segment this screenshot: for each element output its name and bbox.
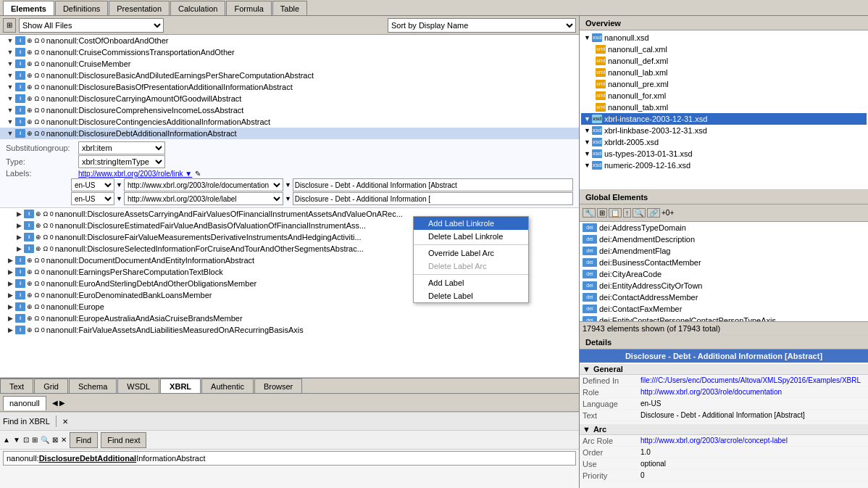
label-text-input-2[interactable] [293,192,573,205]
list-item[interactable]: ▶ i ⊕ Ω 0 nanonull:EuropeAustraliaAndAsi… [0,313,579,324]
find-button[interactable]: Find [70,432,98,448]
label-role-select-1[interactable]: http://www.xbrl.org/2003/role/documentat… [124,178,283,191]
general-section-header[interactable]: ▼ General [580,364,868,375]
file-item[interactable]: xml nanonull_pre.xml [581,78,867,90]
global-toolbar-icon4[interactable]: ↑ [623,208,631,218]
tab-elements[interactable]: Elements [3,1,54,15]
label-role-select-2[interactable]: http://www.xbrl.org/2003/role/label [124,192,283,205]
file-tree[interactable]: ▼ xsd nanonull.xsd xml nanonull_cal.xml … [580,30,868,190]
file-item[interactable]: ▼ xsd xbrldt-2005.xsd [581,136,867,148]
collapse-icon[interactable]: ▼ [6,59,14,68]
label-text-input-1[interactable] [293,178,573,191]
menu-add-label[interactable]: Add Label [414,276,528,289]
collapse-icon[interactable]: ▼ [6,36,14,45]
labels-edit-icon[interactable]: ✎ [195,170,201,178]
list-item[interactable]: ▼ i ⊕ Ω 0 nanonull:DisclosureComprehensi… [0,104,579,116]
tab-wsdl[interactable]: WSDL [117,379,159,393]
expand-icon[interactable]: ▼ [584,138,591,146]
tab-xbrl[interactable]: XBRL [160,379,201,393]
expand-icon[interactable]: ▶ [6,326,14,334]
file-item[interactable]: ▼ xsd numeric-2009-12-16.xsd [581,160,867,171]
collapse-icon[interactable]: ▼ [6,83,14,91]
menu-delete-label[interactable]: Delete Label [414,289,528,302]
tab-calculation[interactable]: Calculation [170,1,225,15]
list-item[interactable]: ▼ i ⊕ Ω 0 nanonull:CostOfOnboardAndOther [0,35,579,46]
xbrl-file-tab[interactable]: nanonull [3,396,46,410]
collapse-icon[interactable]: ▼ [6,117,14,126]
expand-icon[interactable]: ▼ [584,127,591,134]
file-item[interactable]: ▼ xsd xbrl-instance-2003-12-31.xsd [581,113,867,125]
list-item[interactable]: ▼ i ⊕ Ω 0 nanonull:DisclosureBasicAndDil… [0,70,579,81]
type-value-select[interactable]: xbrl:stringItemType [78,155,165,168]
global-toolbar-icon2[interactable]: ⊞ [597,208,607,218]
file-item[interactable]: xml nanonull_for.xml [581,90,867,102]
file-item[interactable]: xml nanonull_lab.xml [581,67,867,78]
global-item[interactable]: dei dei:AddressTypeDomain [580,222,868,233]
find-toolbar-icon1[interactable]: ⊡ [23,436,29,444]
tab-authentic[interactable]: Authentic [201,379,254,393]
file-item[interactable]: ▼ xsd us-types-2013-01-31.xsd [581,148,867,160]
global-toolbar-more[interactable]: +0+ [662,209,674,217]
xbrl-nav-prev[interactable]: ◀ [52,399,58,407]
global-elements-list[interactable]: dei dei:AddressTypeDomain dei dei:Amendm… [580,222,868,321]
expand-icon[interactable]: ▶ [14,244,23,253]
expand-icon[interactable]: ▼ [6,129,14,138]
expand-icon[interactable]: ▶ [6,291,14,299]
file-item[interactable]: xml nanonull_cal.xml [581,44,867,55]
show-all-files-icon[interactable]: ⊞ [3,18,16,33]
tab-presentation[interactable]: Presentation [109,1,170,15]
collapse-icon[interactable]: ▼ [6,106,14,115]
global-toolbar-icon1[interactable]: 🔧 [583,208,596,218]
elements-list[interactable]: ▼ i ⊕ Ω 0 nanonull:CostOfOnboardAndOther… [0,35,579,378]
expand-icon[interactable]: ▶ [6,256,14,265]
tab-browser[interactable]: Browser [254,379,302,393]
substitution-value-select[interactable]: xbrl:item [78,141,165,154]
find-toolbar-next[interactable]: ▼ [13,436,20,444]
tab-schema[interactable]: Schema [69,379,117,393]
expanded-list-item[interactable]: ▼ i ⊕ Ω 0 nanonull:DisclosureDebtAdditio… [0,128,579,139]
expand-icon[interactable]: ▶ [6,279,14,288]
label-lang-select-2[interactable]: en-US [71,192,114,205]
menu-override-label-arc[interactable]: Override Label Arc [414,247,528,260]
global-toolbar-icon6[interactable]: 🔗 [647,208,660,218]
expand-icon[interactable]: ▶ [14,210,23,218]
collapse-icon[interactable]: ▼ [6,71,14,80]
show-all-files-select[interactable]: Show All Files [19,18,164,33]
global-item[interactable]: dei dei:AmendmentDescription [580,233,868,245]
menu-add-label-linkrole[interactable]: Add Label Linkrole [414,217,528,230]
collapse-icon[interactable]: ▼ [6,48,14,57]
expand-icon[interactable]: ▶ [6,314,14,323]
global-item[interactable]: dei dei:AmendmentFlag [580,245,868,257]
list-item[interactable]: ▼ i ⊕ Ω 0 nanonull:DisclosureBasisOfPres… [0,81,579,93]
list-item[interactable]: ▶ i ⊕ Ω 0 nanonull:FairValueAssetsAndLia… [0,324,579,336]
list-item[interactable]: ▼ i ⊕ Ω 0 nanonull:CruiseMember [0,58,579,70]
tab-text[interactable]: Text [0,379,33,393]
close-find-icon[interactable]: ✕ [62,418,68,426]
global-toolbar-icon5[interactable]: 🔍 [633,208,646,218]
tab-definitions[interactable]: Definitions [55,1,108,15]
collapse-icon[interactable]: ▼ [6,94,14,103]
list-item[interactable]: ▼ i ⊕ Ω 0 nanonull:CruiseCommissionsTran… [0,46,579,58]
expand-icon[interactable]: ▼ [584,115,591,123]
find-toolbar-prev[interactable]: ▲ [3,436,10,444]
expand-icon[interactable]: ▼ [584,162,591,169]
global-toolbar-icon3[interactable]: 📋 [609,208,622,218]
find-toolbar-icon5[interactable]: ✕ [61,436,67,444]
expand-icon[interactable]: ▶ [6,268,14,276]
label-lang-select-1[interactable]: en-US [71,178,114,191]
find-toolbar-icon2[interactable]: ⊞ [32,436,38,444]
list-item[interactable]: ▼ i ⊕ Ω 0 nanonull:DisclosureContingenci… [0,116,579,128]
file-item[interactable]: xml nanonull_tab.xml [581,102,867,113]
arc-section-header[interactable]: ▼ Arc [580,424,868,435]
find-toolbar-icon3[interactable]: 🔍 [41,436,49,444]
global-item[interactable]: dei dei:BusinessContactMember [580,257,868,268]
tab-formula[interactable]: Formula [226,1,271,15]
global-item[interactable]: dei dei:ContactFaxMember [580,303,868,315]
global-item[interactable]: dei dei:EntityAddressCityOrTown [580,280,868,291]
expand-icon[interactable]: ▶ [6,302,14,311]
sort-select[interactable]: Sort by Display Name [388,18,576,33]
find-next-button[interactable]: Find next [101,432,146,448]
global-item[interactable]: dei dei:ContactAddressMember [580,291,868,303]
find-toolbar-icon4[interactable]: ⊠ [52,436,58,444]
global-item[interactable]: dei dei:CityAreaCode [580,268,868,280]
